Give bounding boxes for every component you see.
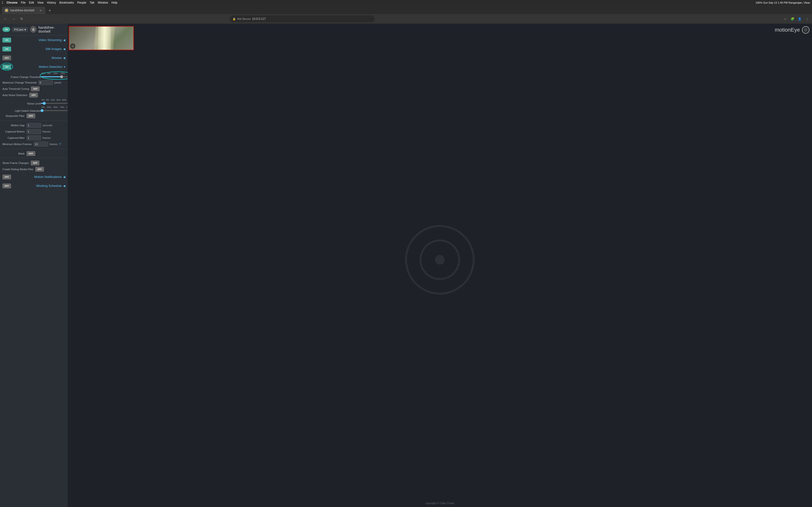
profile-icon[interactable]: 👤 — [797, 16, 803, 22]
frame-change-slider-fill — [41, 76, 62, 77]
frame-change-threshold-row: Frame Change Threshold 0% 5% 10% 15% 20% — [0, 71, 68, 79]
motion-gap-row: Motion Gap seconds — [0, 122, 68, 128]
despeckle-filter-toggle[interactable]: OFF — [27, 113, 35, 118]
divider-1 — [0, 120, 68, 121]
lsd-label-50: 50% — [53, 106, 58, 108]
captured-before-input[interactable] — [27, 129, 41, 134]
mac-menubar:  Chrome File Edit View History Bookmark… — [0, 0, 812, 5]
motion-notifications-header[interactable]: OFF Motion Notifications ◀ — [0, 172, 68, 181]
video-streaming-header[interactable]: ON Video Streaming ◀ — [0, 36, 68, 44]
create-debug-media-files-toggle[interactable]: OFF — [35, 167, 44, 172]
motion-notifications-title: Motion Notifications — [34, 175, 62, 179]
window-menu[interactable]: Window — [98, 1, 108, 4]
movies-toggle[interactable]: OFF — [2, 56, 11, 60]
auto-noise-detection-toggle[interactable]: OFF — [29, 93, 38, 98]
max-change-threshold-row: Maximum Change Threshold pixels — [0, 79, 68, 86]
new-tab-button[interactable]: + — [46, 7, 53, 14]
movies-title: Movies — [52, 56, 62, 60]
motion-gap-control: seconds — [27, 123, 65, 128]
bookmark-icon[interactable]: ☆ — [782, 16, 788, 22]
tab-menu[interactable]: Tab — [90, 1, 94, 4]
motioneye-watermark — [404, 224, 476, 307]
auto-threshold-tuning-control: OFF — [31, 87, 68, 91]
still-images-collapse-icon: ◀ — [63, 47, 65, 51]
despeckle-filter-control: OFF — [27, 113, 65, 118]
reload-button[interactable]: ↻ — [18, 15, 25, 22]
light-switch-slider-thumb[interactable] — [41, 109, 44, 112]
video-streaming-toggle[interactable]: ON — [2, 38, 11, 43]
help-menu[interactable]: Help — [111, 1, 117, 4]
max-change-threshold-input[interactable] — [39, 80, 53, 85]
captured-before-unit: frames — [43, 130, 51, 133]
right-panel: ⊙ motionEye copyright © Calin Cris — [68, 24, 812, 507]
minimum-motion-frames-label: Minimum Motion Frames — [2, 143, 32, 146]
create-debug-media-files-control: OFF — [35, 167, 68, 172]
view-menu[interactable]: View — [38, 1, 44, 4]
captured-after-row: Captured After frames — [0, 135, 68, 141]
movies-header[interactable]: OFF Movies ◀ — [0, 53, 68, 62]
camera-select[interactable]: PiCam ▾ — [12, 27, 28, 32]
menubar-status: 100% Sun Sep 13 1:49 PM Rangarajan, Vika… — [756, 1, 810, 4]
nl-label-0: 0% — [42, 99, 45, 101]
working-schedule-header[interactable]: OFF Working Schedule ◀ — [0, 181, 68, 190]
auto-threshold-tuning-row: Auto Threshold Tuning OFF — [0, 86, 68, 92]
max-change-threshold-control: pixels — [39, 80, 68, 85]
nl-label-15: 15% — [56, 99, 61, 101]
frame-change-slider-thumb[interactable] — [60, 75, 63, 78]
mask-control: OFF — [27, 151, 65, 156]
history-menu[interactable]: History — [47, 1, 56, 4]
motion-detection-title: Motion Detection — [39, 65, 62, 68]
browser-tab[interactable]: 🔔 handsfree-doorbell ✕ — [2, 7, 45, 14]
back-button[interactable]: ← — [2, 15, 9, 22]
tab-close-button[interactable]: ✕ — [39, 8, 43, 12]
captured-before-row: Captured Before frames — [0, 128, 68, 135]
frame-change-slider-wrap[interactable] — [41, 75, 68, 78]
movies-collapse-icon: ◀ — [63, 56, 65, 60]
motion-gap-input[interactable] — [27, 123, 41, 128]
show-frame-changes-toggle[interactable]: OFF — [31, 161, 39, 165]
camera-feed: ⊙ — [69, 26, 134, 50]
motion-detection-collapse-icon: ▾ — [64, 65, 65, 68]
noise-level-slider-wrap[interactable] — [41, 102, 68, 105]
motion-notifications-toggle[interactable]: OFF — [2, 175, 11, 179]
fct-label-5: 5% — [47, 72, 51, 74]
chrome-tabbar: 🔔 handsfree-doorbell ✕ + — [0, 5, 812, 14]
still-images-header[interactable]: ON Still Images ◀ — [0, 44, 68, 53]
auto-noise-detection-label: Auto Noise Detection — [2, 94, 27, 97]
captured-after-input[interactable] — [27, 135, 41, 140]
url-text: 10.0.0.117 — [252, 17, 266, 20]
fct-label-0: 0% — [42, 72, 45, 74]
still-images-toggle[interactable]: ON — [2, 47, 11, 51]
motion-detection-toggle[interactable]: ON — [2, 64, 11, 69]
browser-toolbar: ☆ 🧩 👤 ⋮ — [782, 16, 810, 22]
lsd-label-75: 75% — [60, 106, 64, 108]
despeckle-filter-label: Despeckle Filter — [2, 114, 24, 117]
working-schedule-toggle[interactable]: OFF — [2, 183, 11, 188]
svg-point-3 — [805, 30, 806, 31]
forward-button[interactable]: → — [10, 15, 17, 22]
light-switch-slider-wrap[interactable] — [41, 109, 68, 112]
delete-camera-button[interactable]: 🗑 — [30, 26, 37, 33]
motion-detection-section: ON Motion Detection ▾ Frame Change Thres… — [0, 62, 68, 172]
extensions-icon[interactable]: 🧩 — [789, 16, 796, 22]
camera-dropdown-icon: ▾ — [24, 28, 26, 32]
captured-before-label: Captured Before — [2, 130, 24, 133]
device-name: handsfree-doorbell — [39, 25, 65, 33]
bookmarks-menu[interactable]: Bookmarks — [59, 1, 74, 4]
frame-change-slider-labels: 0% 5% 10% 15% 20% — [41, 72, 68, 74]
mask-toggle[interactable]: OFF — [27, 151, 35, 156]
auto-threshold-tuning-toggle[interactable]: OFF — [31, 87, 40, 91]
settings-panel: ON PiCam ▾ 🗑 handsfree-doorbell ON Video… — [0, 24, 68, 507]
motion-detection-header[interactable]: ON Motion Detection ▾ — [0, 62, 68, 71]
noise-level-slider-thumb[interactable] — [43, 102, 46, 105]
menu-icon[interactable]: ⋮ — [804, 16, 810, 22]
camera-power-button[interactable]: ON — [2, 27, 10, 32]
file-menu[interactable]: File — [21, 1, 26, 4]
minimum-motion-frames-help-icon[interactable]: ? — [59, 143, 61, 146]
apple-menu-icon[interactable]:  — [2, 1, 3, 5]
edit-menu[interactable]: Edit — [29, 1, 34, 4]
minimum-motion-frames-input[interactable] — [34, 142, 48, 147]
address-bar[interactable]: 🔒 Not Secure 10.0.0.117 — [230, 15, 374, 22]
chrome-menu[interactable]: Chrome — [6, 1, 17, 4]
people-menu[interactable]: People — [77, 1, 86, 4]
